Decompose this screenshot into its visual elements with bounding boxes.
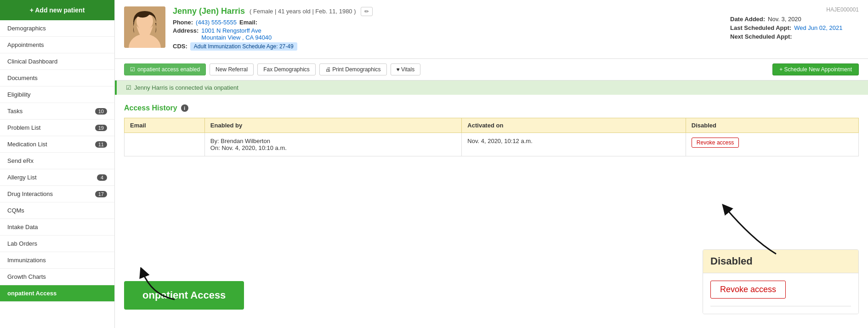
sidebar-item-tasks[interactable]: Tasks10	[0, 103, 114, 120]
patient-right-info: HAJE000001 Date Added: Nov. 3, 2020 Last…	[730, 6, 859, 42]
new-referral-button[interactable]: New Referral	[210, 63, 254, 75]
sidebar-item-label: Documents	[7, 75, 38, 81]
sidebar-item-label: CQMs	[7, 207, 24, 214]
address-line2[interactable]: Mountain View , CA 94040	[201, 34, 272, 41]
col-activated-on: Activated on	[462, 118, 686, 133]
sidebar-item-lab-orders[interactable]: Lab Orders	[0, 236, 114, 252]
sidebar-item-allergy-list[interactable]: Allergy List4	[0, 169, 114, 186]
onpatient-callout-box: onpatient Access	[124, 281, 244, 310]
sidebar-badge: 4	[97, 174, 107, 181]
next-appt-label: Next Scheduled Appt:	[730, 33, 792, 40]
date-added-label: Date Added:	[730, 16, 765, 23]
sidebar-item-label: Eligibility	[7, 91, 31, 98]
patient-photo	[124, 6, 165, 48]
main-content: Jenny (Jen) Harris ( Female | 41 years o…	[115, 0, 868, 328]
checkmark-icon: ☑	[126, 84, 131, 91]
address-value: 1001 N Rengstorff Ave Mountain View , CA…	[201, 27, 272, 41]
edit-patient-button[interactable]: ✏	[361, 7, 373, 16]
connected-banner: ☑ Jenny Harris is connected via onpatien…	[115, 81, 868, 95]
col-email: Email	[125, 118, 205, 133]
sidebar-item-onpatient-access[interactable]: onpatient Access	[0, 285, 114, 302]
sidebar-item-label: Intake Data	[7, 224, 38, 230]
cell-email	[125, 133, 205, 156]
onpatient-enabled-label: onpatient access enabled	[137, 66, 200, 73]
sidebar-item-label: Appointments	[7, 41, 44, 48]
cell-activated-on: Nov. 4, 2020, 10:12 a.m.	[462, 133, 686, 156]
phone-value[interactable]: (443) 555-5555	[196, 19, 237, 26]
action-bar: ☑ onpatient access enabled New Referral …	[115, 59, 868, 81]
sidebar-item-problem-list[interactable]: Problem List19	[0, 120, 114, 136]
phone-row: Phone: (443) 555-5555 Email:	[173, 19, 723, 26]
cell-disabled: Revoke access	[686, 133, 858, 156]
sidebar-badge: 10	[95, 108, 107, 115]
sidebar-badge: 17	[95, 191, 107, 197]
sidebar-item-clinical-dashboard[interactable]: Clinical Dashboard	[0, 53, 114, 70]
sidebar-item-demographics[interactable]: Demographics	[0, 20, 114, 37]
sidebar-badge: 19	[95, 125, 107, 131]
sidebar-item-label: Drug Interactions	[7, 190, 53, 197]
print-demographics-button[interactable]: 🖨 Print Demographics	[319, 63, 387, 75]
cds-label: CDS:	[173, 43, 187, 50]
col-enabled-by: Enabled by	[204, 118, 461, 133]
sidebar-item-send-erx[interactable]: Send eRx	[0, 153, 114, 169]
address-line1[interactable]: 1001 N Rengstorff Ave	[201, 27, 261, 34]
onpatient-access-enabled-button[interactable]: ☑ onpatient access enabled	[124, 63, 206, 75]
content-area: Access History i Email Enabled by Activa…	[115, 95, 868, 328]
fax-demographics-button[interactable]: Fax Demographics	[257, 63, 316, 75]
revoke-access-button[interactable]: Revoke access	[692, 138, 739, 148]
access-history-heading: Access History	[124, 104, 177, 112]
printer-icon: 🖨	[325, 66, 331, 73]
sidebar-item-label: Problem List	[7, 124, 40, 131]
revoke-access-large-button[interactable]: Revoke access	[710, 281, 786, 299]
sidebar-item-growth-charts[interactable]: Growth Charts	[0, 269, 114, 285]
sidebar-item-label: Allergy List	[7, 174, 37, 181]
sidebar: + Add new patient DemographicsAppointmen…	[0, 0, 115, 328]
table-row: By: Brendan Wilberton On: Nov. 4, 2020, …	[125, 133, 859, 156]
onpatient-callout: onpatient Access	[124, 281, 244, 310]
patient-name-row: Jenny (Jen) Harris ( Female | 41 years o…	[173, 6, 723, 16]
email-label: Email:	[239, 19, 257, 26]
sidebar-item-immunizations[interactable]: Immunizations	[0, 252, 114, 269]
vitals-button[interactable]: ♥ Vitals	[391, 63, 421, 75]
sidebar-item-eligibility[interactable]: Eligibility	[0, 86, 114, 103]
disabled-header: Disabled	[703, 250, 858, 273]
address-row: Address: 1001 N Rengstorff Ave Mountain …	[173, 27, 723, 41]
table-header: Email Enabled by Activated on Disabled	[125, 118, 859, 133]
print-label: Print Demographics	[332, 66, 380, 73]
sidebar-item-drug-interactions[interactable]: Drug Interactions17	[0, 186, 114, 202]
sidebar-item-medication-list[interactable]: Medication List11	[0, 136, 114, 153]
info-icon: i	[181, 104, 188, 112]
cds-row: CDS: Adult Immunization Schedule Age: 27…	[173, 42, 723, 51]
sidebar-item-label: Send eRx	[7, 157, 34, 164]
sidebar-item-label: onpatient Access	[7, 290, 57, 297]
cell-enabled-by: By: Brendan Wilberton On: Nov. 4, 2020, …	[204, 133, 461, 156]
sidebar-item-label: Demographics	[7, 25, 46, 32]
sidebar-item-cqms[interactable]: CQMs	[0, 202, 114, 219]
patient-name: Jenny (Jen) Harris	[173, 6, 245, 16]
sidebar-item-label: Tasks	[7, 108, 23, 115]
sidebar-item-label: Medication List	[7, 141, 47, 148]
patient-info: Jenny (Jen) Harris ( Female | 41 years o…	[173, 6, 723, 52]
disabled-callout: Disabled Revoke access	[703, 249, 859, 314]
schedule-appointment-button[interactable]: + Schedule New Appointment	[772, 63, 859, 75]
sidebar-item-label: Immunizations	[7, 257, 46, 264]
access-history-title: Access History i	[124, 104, 859, 112]
date-added-value: Nov. 3, 2020	[768, 16, 801, 23]
access-table-body: By: Brendan Wilberton On: Nov. 4, 2020, …	[125, 133, 859, 156]
access-history-table: Email Enabled by Activated on Disabled B…	[124, 118, 859, 156]
sidebar-item-appointments[interactable]: Appointments	[0, 37, 114, 53]
last-appt-row: Last Scheduled Appt: Wed Jun 02, 2021	[730, 24, 859, 31]
disabled-body: Revoke access	[703, 273, 858, 314]
checkmark-icon: ☑	[130, 66, 135, 73]
last-appt-value[interactable]: Wed Jun 02, 2021	[794, 24, 842, 31]
cds-badge: Adult Immunization Schedule Age: 27-49	[190, 42, 297, 51]
next-appt-row: Next Scheduled Appt:	[730, 33, 859, 40]
sidebar-nav: DemographicsAppointmentsClinical Dashboa…	[0, 20, 114, 302]
sidebar-item-documents[interactable]: Documents	[0, 70, 114, 86]
disabled-callout-box: Disabled Revoke access	[703, 249, 859, 314]
patient-id: HAJE000001	[730, 6, 859, 13]
add-patient-button[interactable]: + Add new patient	[0, 0, 114, 20]
sidebar-item-intake-data[interactable]: Intake Data	[0, 219, 114, 236]
address-label: Address:	[173, 27, 199, 34]
connected-text: Jenny Harris is connected via onpatient	[134, 84, 238, 91]
